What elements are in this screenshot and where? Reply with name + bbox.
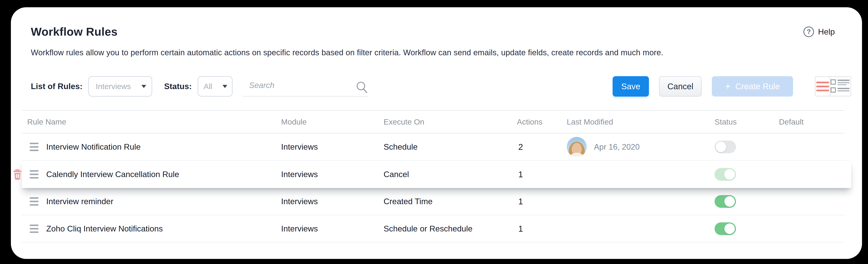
- module-cell: Interviews: [281, 197, 383, 206]
- actions-count-cell: 1: [517, 224, 567, 234]
- table-header: Rule Name Module Execute On Actions Last…: [22, 110, 845, 133]
- create-rule-label: Create Rule: [735, 81, 780, 91]
- rules-table: Rule Name Module Execute On Actions Last…: [22, 110, 845, 242]
- page-title: Workflow Rules: [31, 25, 118, 38]
- trash-icon: [13, 173, 22, 182]
- detail-view-button[interactable]: [830, 77, 850, 96]
- controls-bar: List of Rules: Interviews Status: All Sa…: [31, 76, 851, 97]
- status-dropdown[interactable]: All: [198, 76, 232, 97]
- status-toggle[interactable]: [715, 168, 736, 181]
- table-row: Interview Notification RuleInterviewsSch…: [22, 133, 845, 161]
- search-field: [243, 76, 368, 97]
- toggle-knob: [716, 142, 726, 152]
- caret-down-icon: [222, 85, 227, 88]
- list-view-icon: [816, 82, 829, 91]
- rule-name-cell: Interview Notification Rule: [46, 142, 281, 152]
- column-header-module: Module: [281, 117, 383, 126]
- rule-name-cell: Zoho Cliq Interview Notifications: [46, 224, 281, 234]
- drag-handle-cell: [22, 225, 46, 233]
- list-of-rules-label: List of Rules:: [31, 82, 83, 91]
- help-button[interactable]: ? Help: [803, 27, 835, 37]
- last-modified-date: Apr 16, 2020: [594, 142, 640, 152]
- table-row: Interview reminderInterviewsCreated Time…: [22, 188, 845, 215]
- execute-on-cell: Schedule or Reschedule: [383, 224, 517, 234]
- drag-handle-cell: [22, 170, 46, 179]
- search-icon: [355, 80, 369, 96]
- drag-handle-icon[interactable]: [30, 170, 38, 179]
- status-toggle[interactable]: [715, 195, 736, 208]
- actions-count-cell: 2: [517, 142, 567, 152]
- execute-on-cell: Created Time: [383, 197, 517, 206]
- view-toggle-group: [815, 76, 851, 96]
- column-header-execute-on: Execute On: [383, 117, 517, 126]
- table-row: Calendly Interview Cancellation RuleInte…: [22, 161, 851, 188]
- actions-count-cell: 1: [517, 196, 567, 206]
- status-value: All: [204, 82, 212, 91]
- module-cell: Interviews: [281, 224, 383, 234]
- drag-handle-icon[interactable]: [30, 197, 38, 206]
- drag-handle-cell: [22, 143, 46, 151]
- column-header-last-modified: Last Modified: [567, 117, 715, 126]
- plus-icon: +: [725, 81, 731, 92]
- status-cell: [715, 222, 779, 235]
- list-of-rules-value: Interviews: [96, 82, 131, 91]
- status-cell: [715, 140, 779, 153]
- cancel-button[interactable]: Cancel: [659, 76, 702, 97]
- execute-on-cell: Schedule: [383, 142, 517, 152]
- help-label: Help: [818, 27, 835, 36]
- table-row: Zoho Cliq Interview NotificationsIntervi…: [22, 215, 845, 242]
- status-cell: [715, 168, 779, 181]
- list-view-button[interactable]: [815, 77, 830, 96]
- list-of-rules-dropdown[interactable]: Interviews: [88, 76, 152, 97]
- table-body: Interview Notification RuleInterviewsSch…: [22, 133, 845, 242]
- detail-view-icon: [830, 79, 850, 94]
- column-header-default: Default: [779, 117, 845, 126]
- rule-name-cell: Calendly Interview Cancellation Rule: [46, 169, 281, 179]
- status-toggle[interactable]: [715, 140, 736, 153]
- caret-down-icon: [142, 85, 146, 88]
- column-header-status: Status: [715, 117, 779, 126]
- create-rule-button[interactable]: +Create Rule: [712, 76, 793, 97]
- drag-handle-icon[interactable]: [30, 225, 38, 233]
- column-header-rule-name: Rule Name: [22, 117, 281, 126]
- execute-on-cell: Cancel: [383, 169, 517, 179]
- drag-handle-icon[interactable]: [30, 143, 38, 151]
- drag-handle-cell: [22, 197, 46, 206]
- delete-rule-button[interactable]: [13, 169, 22, 180]
- last-modified-cell: Apr 16, 2020: [567, 137, 715, 157]
- help-icon: ?: [803, 27, 814, 37]
- search-input[interactable]: [243, 76, 368, 97]
- module-cell: Interviews: [281, 169, 383, 179]
- status-cell: [715, 195, 779, 208]
- module-cell: Interviews: [281, 142, 383, 152]
- toggle-knob: [724, 169, 735, 180]
- save-button[interactable]: Save: [613, 76, 649, 97]
- column-header-actions: Actions: [517, 117, 567, 126]
- workflow-rules-card: Workflow Rules ? Help Workflow rules all…: [11, 7, 862, 259]
- page-description: Workflow rules allow you to perform cert…: [31, 48, 851, 57]
- avatar: [567, 137, 587, 157]
- toggle-knob: [724, 196, 735, 207]
- status-label: Status:: [164, 82, 192, 91]
- rule-name-cell: Interview reminder: [46, 197, 281, 206]
- toggle-knob: [724, 223, 735, 234]
- status-toggle[interactable]: [715, 222, 736, 235]
- actions-count-cell: 1: [517, 169, 567, 179]
